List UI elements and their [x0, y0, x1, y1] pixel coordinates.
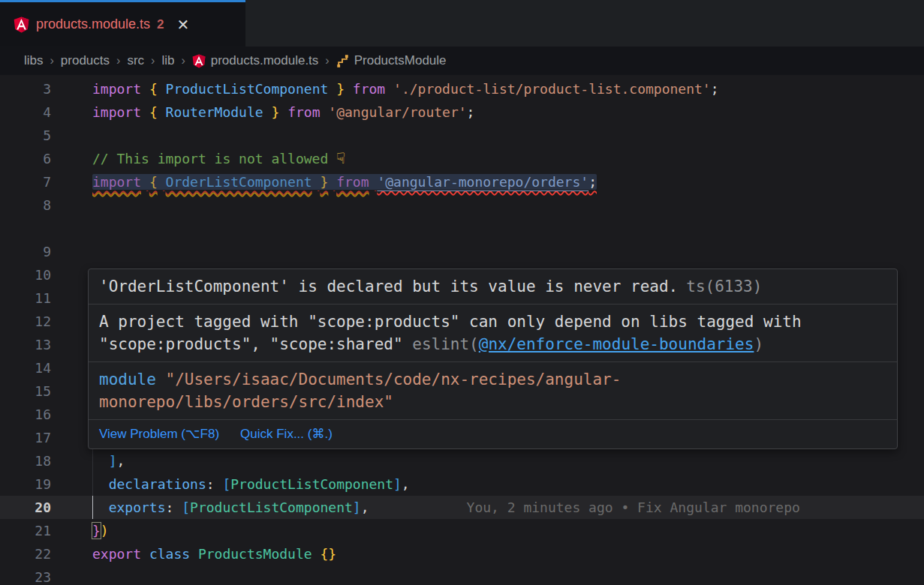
code-line[interactable]: 22export class ProductsModule {}	[0, 542, 924, 566]
breadcrumb-symbol-label: ProductsModule	[354, 53, 447, 68]
code-token: ProductsModule	[198, 546, 312, 562]
code-token	[263, 104, 272, 120]
eslint-rule-link[interactable]: @nx/enforce-module-boundaries	[479, 335, 754, 353]
code-text	[92, 194, 924, 217]
code-token	[328, 174, 336, 190]
code-token: '@angular/router'	[328, 104, 466, 120]
code-token: export	[92, 546, 141, 562]
line-number[interactable]: 15	[0, 380, 59, 403]
code-token: from	[353, 81, 385, 97]
code-line[interactable]: 7import { OrderListComponent } from '@an…	[0, 170, 924, 194]
code-token: from	[336, 174, 369, 190]
code-token: OrderListComponent	[166, 174, 312, 190]
breadcrumb-symbol[interactable]: ProductsModule	[336, 53, 447, 68]
chevron-right-icon: ›	[151, 54, 155, 68]
code-token: }	[271, 104, 279, 120]
line-number[interactable]: 7	[0, 170, 59, 194]
close-icon[interactable]: ✕	[177, 17, 190, 32]
pointing-down-emoji: ☟	[336, 149, 345, 167]
chevron-right-icon: ›	[50, 54, 54, 68]
breadcrumb-item-libs[interactable]: libs	[24, 53, 44, 68]
code-token	[369, 174, 378, 190]
line-number[interactable]: 3	[0, 77, 59, 100]
code-token: }	[320, 174, 328, 190]
code-line[interactable]: 8	[0, 194, 924, 217]
code-token: [	[182, 500, 190, 515]
code-token: import	[92, 104, 141, 120]
line-number[interactable]: 8	[0, 194, 59, 217]
line-number[interactable]: 22	[0, 542, 59, 566]
line-number[interactable]: 20	[0, 496, 59, 519]
eslint-message-line2: "scope:products", "scope:shared" eslint(…	[99, 333, 886, 356]
code-line[interactable]: 20 exports: [ProductListComponent],You, …	[0, 496, 924, 519]
code-token: import { OrderListComponent } from	[92, 174, 377, 190]
breadcrumb-file-label: products.module.ts	[211, 53, 319, 68]
code-token: ProductListComponent	[190, 500, 353, 515]
code-token: './product-list/product-list.component'	[393, 81, 711, 97]
code-line[interactable]: 18 ],	[0, 449, 924, 472]
code-token	[141, 174, 149, 190]
breadcrumb-item-products[interactable]: products	[61, 53, 110, 68]
line-number[interactable]: 5	[0, 124, 59, 147]
code-line[interactable]	[0, 217, 924, 240]
code-line[interactable]: 6// This import is not allowed ☟	[0, 147, 924, 170]
import-path-link[interactable]: '@angular-monorepo/orders'	[377, 174, 588, 190]
line-number[interactable]: 4	[0, 100, 59, 124]
indent-guide	[92, 449, 93, 472]
breadcrumb: libs›products›src›lib› products.module.t…	[0, 46, 924, 75]
ts-diagnostic-message: 'OrderListComponent' is declared but its…	[99, 278, 678, 296]
code-token: ]	[353, 500, 361, 515]
code-token: ProductListComponent	[230, 476, 393, 492]
code-text: import { ProductListComponent } from './…	[92, 77, 924, 100]
indent-guide	[92, 472, 93, 496]
code-token	[92, 476, 109, 492]
quick-fix-button[interactable]: Quick Fix... (⌘.)	[240, 426, 333, 442]
module-path-section: module "/Users/isaac/Documents/code/nx-r…	[89, 362, 897, 420]
indent-guide	[92, 496, 93, 519]
line-number[interactable]: 13	[0, 333, 59, 356]
line-number[interactable]: 11	[0, 286, 59, 310]
code-line[interactable]: 4import { RouterModule } from '@angular/…	[0, 100, 924, 124]
tab-products-module[interactable]: products.module.ts 2 ✕	[0, 0, 245, 46]
line-number[interactable]: 12	[0, 310, 59, 333]
view-problem-button[interactable]: View Problem (⌥F8)	[99, 426, 219, 442]
line-number[interactable]	[0, 217, 59, 240]
code-text	[92, 566, 924, 585]
code-token	[312, 546, 321, 562]
code-token	[141, 81, 149, 97]
code-line[interactable]: 23	[0, 566, 924, 585]
line-number[interactable]: 10	[0, 263, 59, 286]
line-number[interactable]: 17	[0, 426, 59, 449]
code-line[interactable]: 9	[0, 240, 924, 263]
code-token: import	[92, 174, 141, 190]
code-text	[92, 217, 924, 240]
line-number[interactable]: 16	[0, 403, 59, 426]
code-line[interactable]: 19 declarations: [ProductListComponent],	[0, 472, 924, 496]
code-token	[385, 81, 393, 97]
code-token	[158, 81, 166, 97]
code-token	[321, 104, 329, 120]
code-token	[158, 174, 166, 190]
breadcrumb-item-src[interactable]: src	[127, 53, 144, 68]
code-token: class	[149, 546, 190, 562]
code-token	[215, 476, 223, 492]
chevron-right-icon: ›	[325, 54, 329, 68]
code-token	[158, 104, 166, 120]
line-number[interactable]: 6	[0, 147, 59, 170]
code-text: exports: [ProductListComponent],You, 2 m…	[92, 496, 924, 519]
line-number[interactable]: 18	[0, 449, 59, 472]
line-number[interactable]: 19	[0, 472, 59, 496]
line-number[interactable]: 23	[0, 566, 59, 585]
code-line[interactable]: 3import { ProductListComponent } from '.…	[0, 77, 924, 100]
code-line[interactable]: 5	[0, 124, 924, 147]
code-token	[312, 174, 321, 190]
line-number[interactable]: 9	[0, 240, 59, 263]
breadcrumb-file[interactable]: products.module.ts	[192, 53, 319, 68]
code-text: import { RouterModule } from '@angular/r…	[92, 100, 924, 124]
line-number[interactable]: 21	[0, 519, 59, 542]
breadcrumb-item-lib[interactable]: lib	[161, 53, 174, 68]
code-token	[345, 81, 353, 97]
code-line[interactable]: 21})	[0, 519, 924, 542]
line-number[interactable]: 14	[0, 356, 59, 380]
ts-diagnostic-code: ts(6133)	[686, 278, 762, 296]
